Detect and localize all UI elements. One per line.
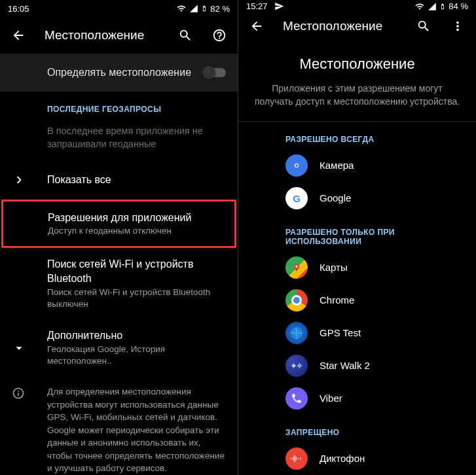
battery-text: 84 % xyxy=(449,1,468,11)
starwalk-icon: ✦✧ xyxy=(285,355,308,377)
scanning-title: Поиск сетей Wi-Fi и устройств Bluetooth xyxy=(47,257,226,285)
telegram-icon xyxy=(274,1,284,11)
toggle-label: Определять местоположение xyxy=(47,67,191,79)
highlight-box: Разрешения для приложений Доступ к геода… xyxy=(1,200,236,249)
app-label: GPS Test xyxy=(320,326,361,340)
permission-sub: Приложения с этим разрешением могут полу… xyxy=(254,82,460,109)
app-row-recorder[interactable]: Диктофон xyxy=(238,442,476,475)
svg-point-2 xyxy=(296,266,298,268)
show-all-row[interactable]: Показать все xyxy=(0,160,238,200)
section-allowed-foreground: РАЗРЕШЕНО ТОЛЬКО ПРИ ИСПОЛЬЗОВАНИИ xyxy=(238,215,476,251)
status-indicators: 82 % xyxy=(176,3,230,14)
info-icon xyxy=(12,387,25,400)
app-bar: Местоположение xyxy=(238,12,476,39)
page-title: Местоположение xyxy=(279,19,401,33)
help-icon xyxy=(212,28,227,43)
app-label: Star Walk 2 xyxy=(320,359,370,372)
back-icon xyxy=(11,28,26,43)
app-row-camera[interactable]: Камера xyxy=(238,149,476,182)
status-bar: 15:27 84 % xyxy=(238,0,476,12)
status-bar: 16:05 82 % xyxy=(0,0,238,17)
footer-text: Для определения местоположения устройств… xyxy=(47,385,226,475)
search-icon xyxy=(416,19,431,33)
app-label: Viber xyxy=(320,392,342,405)
more-button[interactable] xyxy=(446,14,469,38)
wifi-icon xyxy=(414,2,425,11)
no-recent-text: В последнее время приложения не запрашив… xyxy=(0,119,238,160)
app-permissions-row[interactable]: Разрешения для приложений Доступ к геода… xyxy=(3,202,234,247)
section-allowed-always: РАЗРЕШЕНО ВСЕГДА xyxy=(238,122,476,149)
signal-icon xyxy=(189,4,198,13)
permission-title: Местоположение xyxy=(254,56,460,73)
status-time: 15:27 xyxy=(246,1,268,11)
signal-icon xyxy=(428,2,437,11)
chevron-down-icon xyxy=(12,341,26,355)
app-row-viber[interactable]: Viber xyxy=(238,382,476,415)
app-row-google[interactable]: G Google xyxy=(238,182,476,215)
chrome-icon xyxy=(285,289,308,311)
status-indicators: 84 % xyxy=(414,1,468,12)
battery-icon xyxy=(439,1,446,12)
expand-lead xyxy=(12,341,47,355)
permission-header: Местоположение Приложения с этим разреше… xyxy=(238,40,476,115)
viber-icon xyxy=(285,387,308,410)
svg-point-1 xyxy=(295,164,298,167)
chevron-lead xyxy=(12,173,47,187)
page-title: Местоположение xyxy=(41,28,163,43)
search-icon xyxy=(178,28,192,43)
app-bar: Местоположение xyxy=(0,17,238,54)
app-label: Chrome xyxy=(320,294,354,307)
chevron-right-icon xyxy=(12,173,26,187)
advanced-sub: Геолокация Google, История местоположен.… xyxy=(47,343,226,367)
app-row-maps[interactable]: Карты xyxy=(238,251,476,284)
app-permissions-title: Разрешения для приложений xyxy=(48,211,223,225)
app-row-starwalk[interactable]: ✦✧ Star Walk 2 xyxy=(238,349,476,382)
app-label: Камера xyxy=(320,159,354,172)
app-permissions-sub: Доступ к геоданным отключен xyxy=(48,225,223,237)
app-row-chrome[interactable]: Chrome xyxy=(238,284,476,317)
footer-info: Для определения местоположения устройств… xyxy=(0,376,238,475)
search-button[interactable] xyxy=(174,24,197,47)
section-recent-requests: ПОСЛЕДНИЕ ГЕОЗАПРОСЫ xyxy=(0,92,238,119)
scanning-sub: Поиск сетей Wi-Fi и устройств Bluetooth … xyxy=(47,287,226,310)
help-button[interactable] xyxy=(208,24,231,47)
search-button[interactable] xyxy=(412,14,435,38)
app-row-gpstest[interactable]: GPS Test xyxy=(238,317,476,349)
advanced-title: Дополнительно xyxy=(47,328,226,343)
app-label: Google xyxy=(320,192,351,205)
right-screen: 15:27 84 % Местоположение Местоположение… xyxy=(238,0,476,475)
battery-text: 82 % xyxy=(210,4,230,14)
back-icon xyxy=(249,19,264,33)
google-icon: G xyxy=(285,187,308,209)
show-all-label: Показать все xyxy=(47,174,111,185)
left-screen: 16:05 82 % Местоположение Определять мес… xyxy=(0,0,238,475)
location-toggle-row[interactable]: Определять местоположение xyxy=(0,54,238,92)
app-label: Диктофон xyxy=(320,452,365,465)
more-icon xyxy=(450,19,465,33)
maps-icon xyxy=(285,256,308,279)
recorder-icon xyxy=(285,448,308,470)
back-button[interactable] xyxy=(245,14,268,38)
status-time: 16:05 xyxy=(8,4,29,14)
wifi-icon xyxy=(176,4,187,13)
info-icon-wrap xyxy=(12,385,35,475)
battery-icon xyxy=(201,3,208,14)
camera-icon xyxy=(285,154,308,177)
toggle-switch[interactable] xyxy=(204,68,226,77)
section-denied: ЗАПРЕЩЕНО xyxy=(238,415,476,442)
gpstest-icon xyxy=(285,322,308,344)
advanced-row[interactable]: Дополнительно Геолокация Google, История… xyxy=(0,319,238,376)
scanning-row[interactable]: Поиск сетей Wi-Fi и устройств Bluetooth … xyxy=(0,248,238,319)
app-label: Карты xyxy=(320,261,348,274)
back-button[interactable] xyxy=(7,24,30,47)
